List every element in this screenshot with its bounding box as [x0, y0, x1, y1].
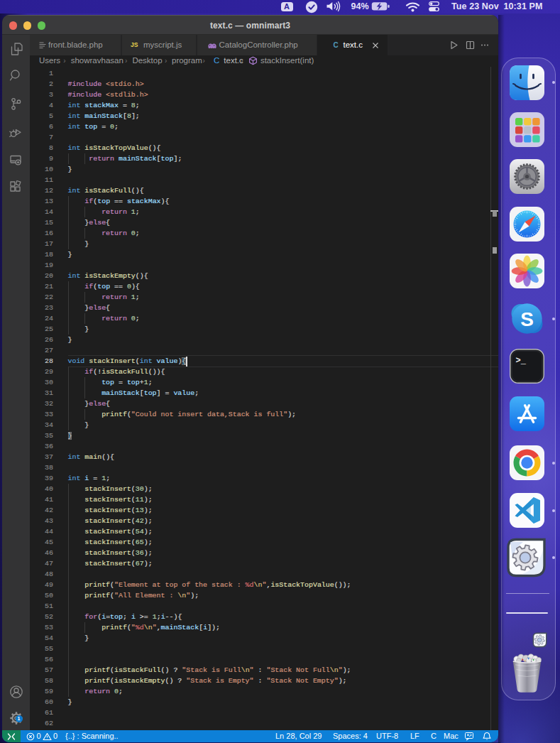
svg-text:>_: >_: [515, 356, 526, 366]
svg-text:S: S: [520, 308, 534, 330]
